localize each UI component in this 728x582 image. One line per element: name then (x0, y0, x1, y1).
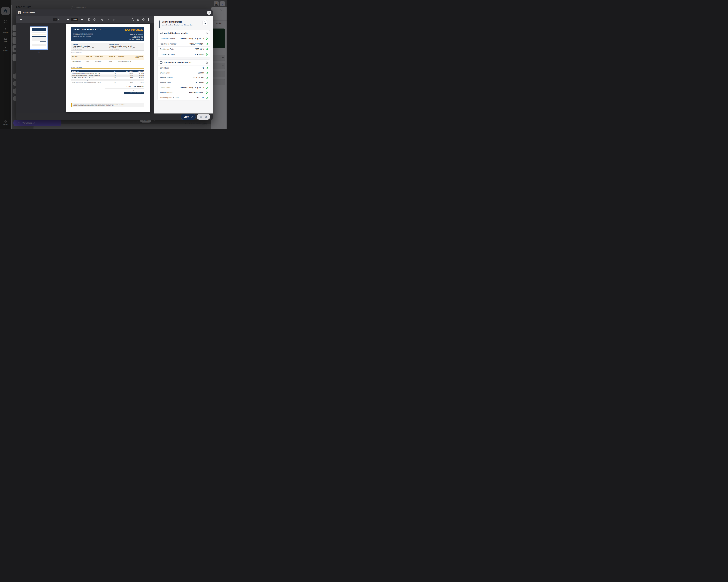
zoom-out-button[interactable] (67, 16, 69, 23)
faq-link[interactable]: FAQs (202, 123, 207, 125)
contacts-icon (4, 28, 7, 31)
info-button[interactable] (202, 20, 207, 25)
rotate-button[interactable] (93, 16, 96, 23)
draw-button[interactable] (101, 16, 104, 23)
invoice-page: IRONCORE SUPPLY CO. Structural Steel & C… (67, 24, 150, 112)
bank-section-title: BANK ACCOUNT (71, 52, 144, 54)
card-title: Verified Bank Account Details (164, 61, 204, 63)
wallet-icon (4, 37, 7, 40)
sidebar-item-wallet[interactable]: Wallet (0, 37, 11, 42)
download-button[interactable] (137, 16, 139, 23)
sidebar-item-label: Contacts (3, 31, 8, 33)
close-button[interactable] (207, 10, 211, 15)
divider (64, 18, 65, 21)
invoice-totals: Subtotal (excl. VAT): R 260 260.00 VAT @… (71, 86, 144, 91)
hints-button[interactable] (220, 1, 225, 6)
gold-rule (71, 68, 144, 68)
items-table: DESCRIPTIONQTYUNIT PRICE (R)AMOUNT (R) 1… (71, 70, 144, 83)
invoice-doc-title: TAX INVOICE (125, 28, 143, 31)
sidebar-item-label: Wallet (3, 41, 7, 42)
vendor-block: VENDOR (BILL TO) Themba Construction Gro… (108, 43, 144, 51)
field-row: Holder NameIroncore Supply Co. (Pty) Ltd (158, 85, 210, 90)
table-row: 50x50x5mm Mild Steel Equal Angle — 6m le… (71, 77, 144, 79)
lightning-icon (18, 121, 20, 124)
add-annotation-icon (131, 18, 134, 21)
field-row: Verified Against SourceAVS | FNB (158, 95, 210, 100)
verify-button[interactable]: Verify (181, 114, 196, 120)
sidebar-item-activity[interactable]: Activity (0, 46, 11, 51)
page-number-input[interactable] (53, 18, 57, 21)
fit-page-button[interactable] (88, 16, 90, 23)
gold-rule (71, 54, 144, 54)
screen: Home Contacts Wallet Activity Settings A… (0, 0, 227, 129)
business-identity-card: Verified Business Identity Commercial Na… (158, 30, 210, 57)
field-row: Commercial StatusIn Business (158, 52, 210, 57)
viewer-canvas: 1 IRONCORE SUPPLY CO. Structural Steel &… (16, 23, 154, 113)
background-close-icon[interactable] (219, 9, 222, 11)
document-viewer-modal: Max Coleman / 1 (16, 9, 213, 120)
sidebar-item-label: Activity (3, 50, 8, 51)
vera-support-button[interactable]: Vera Support (14, 120, 61, 126)
accordion-row[interactable] (212, 79, 225, 85)
signature-icon (101, 18, 104, 21)
download-icon[interactable] (200, 115, 202, 118)
sidebar-item-contacts[interactable]: Contacts (0, 28, 11, 33)
sidebar-item-label: Settings (3, 124, 8, 125)
print-button[interactable] (142, 16, 145, 23)
verified-badge-icon (205, 48, 208, 50)
tab-media[interactable]: Media (211, 22, 227, 24)
gear-icon (4, 120, 7, 123)
accordion-row[interactable] (212, 55, 225, 61)
field-row: Bank NameFNB (158, 65, 210, 71)
contact-name: Max Coleman (23, 11, 35, 14)
undo-button[interactable] (108, 16, 110, 23)
bank-table-row: First National Bank25065562913047582Cheq… (71, 60, 144, 63)
menu-button[interactable] (20, 16, 22, 23)
activity-icon (4, 46, 7, 49)
panel-accent-bar (159, 20, 160, 28)
zoom-level-input[interactable] (71, 18, 78, 21)
page-thumbnail[interactable] (30, 26, 48, 50)
more-options-button[interactable] (148, 16, 149, 23)
gear-icon[interactable] (205, 115, 207, 118)
bank-card-icon (160, 61, 162, 63)
invoice-footer: Payment within 30 days via EFT. Use INV-… (71, 103, 144, 107)
chevron-down-icon (222, 57, 224, 59)
copy-button[interactable] (205, 32, 208, 34)
app-logo[interactable] (1, 7, 10, 15)
redo-icon (113, 19, 115, 21)
add-text-button[interactable] (131, 16, 134, 23)
background-right-panel: Media (211, 7, 227, 129)
user-avatar[interactable] (214, 1, 219, 6)
table-row: 127x76mm Rolled Steel Joist (RSJ) — 6m l… (71, 72, 144, 75)
contact-info-icon (71, 6, 73, 9)
sidebar-item-home[interactable]: Home (0, 19, 11, 24)
hamburger-icon (20, 19, 22, 21)
supplier-block: SUPPLIER Ironcore Supply Co. (Pty) Ltd 1… (71, 43, 108, 51)
media-preview-card[interactable] (212, 29, 225, 48)
thumbnail-page-number: 1 (30, 51, 48, 53)
verified-badge-icon (205, 53, 208, 56)
redo-button[interactable] (113, 16, 115, 23)
zoom-in-button[interactable] (81, 16, 83, 23)
verified-badge-icon (205, 77, 208, 79)
verified-information-panel: Verified Information Latest verified det… (154, 16, 213, 113)
invoice-contact: +27 12 541 3300 | sales@ironcoresupply.c… (73, 34, 101, 36)
copy-icon (205, 61, 208, 64)
tab-contact-info[interactable]: Contact Info (71, 6, 86, 9)
invoice-company-name: IRONCORE SUPPLY CO. (73, 28, 101, 31)
accordion-row[interactable] (212, 63, 225, 69)
bank-table-header: Bank NameBranch CodeAccount NumberAccoun… (71, 55, 144, 60)
fit-height-icon (88, 18, 90, 21)
accordion-row[interactable] (212, 71, 225, 77)
copy-button[interactable] (205, 61, 208, 64)
verified-badge-icon (205, 67, 208, 69)
viewer-header: Max Coleman (16, 9, 213, 16)
sidebar-item-settings[interactable]: Settings (0, 120, 11, 125)
background-panel-edge (11, 5, 11, 129)
items-table-header: DESCRIPTIONQTYUNIT PRICE (R)AMOUNT (R) (71, 70, 144, 72)
items-section-title: ITEMS SUPPLIED (71, 66, 144, 68)
close-icon (208, 12, 210, 13)
field-row: Registration NumberK/2005/087432/07 (158, 41, 210, 47)
chevron-down-icon (222, 65, 224, 67)
